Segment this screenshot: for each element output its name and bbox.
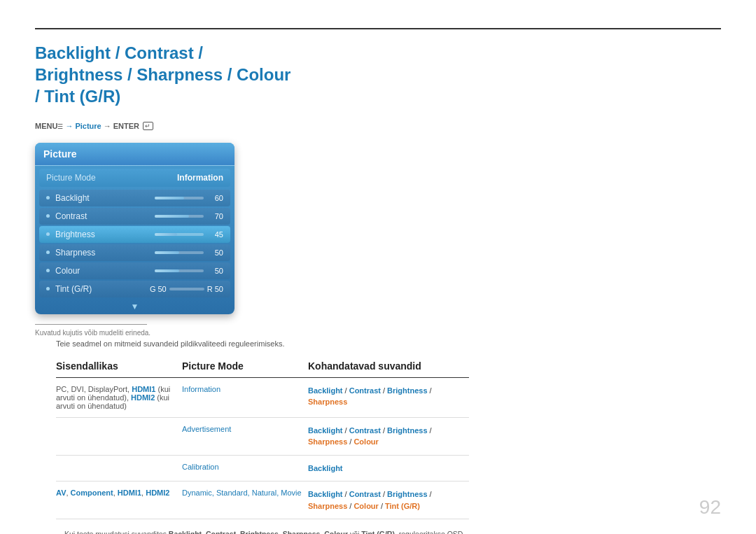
adj-backlight-2: Backlight [308,426,343,435]
mode-value-1: Information [182,385,220,393]
colour-row[interactable]: Colour 50 [39,262,230,279]
table-row: Calibration Backlight [56,455,469,482]
mode-value-4: Dynamic, Standard, Natural, Movie [182,489,302,497]
note-1: Kui teete muudatusi suvandites Backlight… [56,529,469,534]
component-link: Component [71,489,113,497]
picture-link: Picture [75,122,101,130]
adj-backlight-4: Backlight [308,490,343,498]
source-text-1: PC, DVI, DisplayPort, [56,385,132,393]
adj-backlight-1: Backlight [308,386,343,395]
adjustable-cell-3: Backlight [308,455,469,482]
sharpness-track[interactable] [155,251,204,254]
adjustable-cell-4: Backlight / Contrast / Brightness / Shar… [308,482,469,519]
adj-sharpness-1: Sharpness [308,398,347,406]
brightness-fill [155,233,177,236]
tint-label: Tint (G/R) [55,284,139,294]
picture-mode-label: Picture Mode [46,173,96,183]
backlight-dot [46,196,50,199]
source-cell-4: AV, Component, HDMI1, HDMI2 [56,482,182,519]
below-box-divider [35,324,147,325]
col-header-adjustable: Kohandatavad suvandid [308,360,469,378]
adj-tint-4: Tint (G/R) [385,502,420,510]
info-table: Sisendallikas Picture Mode Kohandatavad … [56,360,469,520]
colour-label: Colour [55,266,150,276]
brightness-value: 45 [208,230,223,239]
table-row: Advertisement Backlight / Contrast / Bri… [56,417,469,455]
adj-backlight-3: Backlight [308,464,343,472]
brightness-row[interactable]: Brightness 45 [39,226,230,243]
scroll-down-indicator: ▼ [35,299,234,314]
colour-track[interactable] [155,269,204,272]
adj-brightness-1: Brightness [387,386,427,395]
sharpness-label: Sharpness [55,248,150,258]
adj-sharpness-2: Sharpness [308,437,347,446]
col-header-source: Sisendallikas [56,360,182,378]
backlight-track[interactable] [155,197,204,199]
backlight-value: 60 [208,194,223,202]
contrast-value: 70 [208,212,223,220]
adj-colour-4: Colour [354,502,378,510]
hdmi1-link: HDMI1 [132,385,155,393]
contrast-label: Contrast [55,211,150,221]
backlight-fill [155,197,184,199]
adj-contrast-1: Contrast [349,386,381,395]
tv-panel-header: Picture [35,143,234,166]
mode-cell-3: Calibration [182,455,308,482]
col-header-mode: Picture Mode [182,360,308,378]
brightness-track[interactable] [155,233,204,236]
backlight-row[interactable]: Backlight 60 [39,190,230,206]
menu-path: MENU☰ → Picture → ENTER ↵ [35,122,294,130]
enter-icon: ↵ [143,122,153,130]
sharpness-dot [46,251,50,254]
tint-row[interactable]: Tint (G/R) G 50 R 50 [39,281,230,297]
contrast-row[interactable]: Contrast 70 [39,208,230,225]
source-cell-3 [56,455,182,482]
page-number: 92 [699,496,721,519]
note-1-brightness: Brightness [240,530,279,534]
table-row: AV, Component, HDMI1, HDMI2 Dynamic, Sta… [56,482,469,519]
mode-value-2: Advertisement [182,425,231,433]
arrow-icon-1: → [65,122,73,130]
mode-cell-1: Information [182,377,308,417]
picture-mode-row[interactable]: Picture Mode Information [39,169,230,187]
note-1-tint: Tint (G/R) [361,530,395,534]
contrast-fill [155,215,189,218]
picture-mode-value: Information [177,173,223,183]
contrast-dot [46,214,50,218]
backlight-label: Backlight [55,193,150,203]
page-title: Backlight / Contrast / Brightness / Shar… [35,42,294,108]
source-cell-1: PC, DVI, DisplayPort, HDMI1 (kui arvuti … [56,377,182,417]
notes-section: Kui teete muudatusi suvandites Backlight… [56,529,469,534]
note-1-backlight: Backlight [169,530,202,534]
contrast-track[interactable] [155,215,204,218]
sharpness-row[interactable]: Sharpness 50 [39,244,230,261]
enter-label: ENTER [113,122,139,130]
adj-brightness-4: Brightness [387,490,427,498]
brightness-dot [46,232,50,236]
arrow-icon-2: → [104,122,111,130]
menu-label: MENU☰ [35,122,63,130]
brightness-label: Brightness [55,230,150,239]
sharpness-value: 50 [208,248,223,257]
tint-values: G 50 R 50 [139,285,223,293]
mode-cell-4: Dynamic, Standard, Natural, Movie [182,482,308,519]
hdmi2-link-2: HDMI2 [146,489,169,497]
adj-contrast-4: Contrast [349,490,381,498]
note-1-sharpness: Sharpness [283,530,321,534]
mode-cell-2: Advertisement [182,417,308,455]
sharpness-fill [155,251,179,254]
hdmi1-link-2: HDMI1 [118,489,141,497]
adjustable-cell-2: Backlight / Contrast / Brightness / Shar… [308,417,469,455]
colour-dot [46,269,50,272]
tint-g-value: G 50 [150,285,167,293]
table-row: PC, DVI, DisplayPort, HDMI1 (kui arvuti … [56,377,469,417]
colour-fill [155,269,179,272]
tint-track [169,288,204,290]
hdmi2-link: HDMI2 [131,393,155,402]
top-divider [35,28,721,29]
adjustable-cell-1: Backlight / Contrast / Brightness / Shar… [308,377,469,417]
mode-value-3: Calibration [182,463,219,471]
adj-sharpness-4: Sharpness [308,502,347,510]
av-link: AV [56,489,66,497]
note-1-contrast: Contrast [206,530,236,534]
